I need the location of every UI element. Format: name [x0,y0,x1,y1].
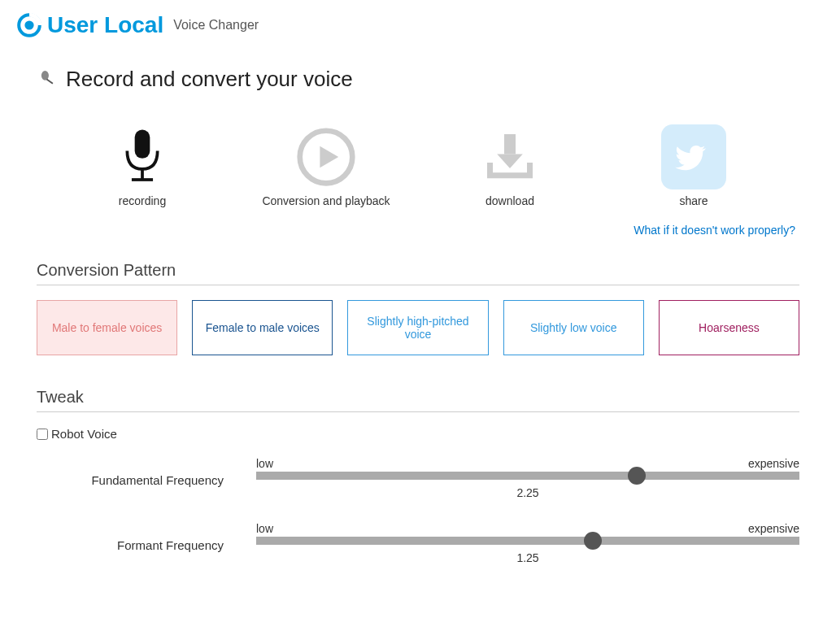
play-icon [294,124,359,189]
formant-thumb[interactable] [584,532,602,550]
header-subtitle: Voice Changer [173,18,259,33]
formant-low-label: low [256,522,273,535]
pattern-hoarseness[interactable]: Hoarseness [659,300,799,355]
help-link[interactable]: What if it doesn't work properly? [37,224,795,237]
logo-icon [16,12,42,38]
pattern-male-to-female[interactable]: Male to female voices [37,300,177,355]
robot-voice-row[interactable]: Robot Voice [37,427,799,441]
fundamental-frequency-row: Fundamental Frequency low expensive 2.25 [37,457,799,499]
fundamental-low-label: low [256,457,273,470]
fundamental-value: 2.25 [256,486,799,499]
svg-rect-3 [46,78,54,84]
recording-action[interactable]: recording [77,124,207,207]
formant-slider[interactable] [256,537,799,545]
robot-voice-checkbox[interactable] [37,429,48,440]
formant-high-label: expensive [748,522,799,535]
recording-label: recording [119,194,166,207]
playback-label: Conversion and playback [262,194,390,207]
download-action[interactable]: download [445,124,575,207]
page-title: Record and convert your voice [37,67,799,92]
svg-marker-8 [320,146,338,168]
microphone-icon [37,69,58,90]
svg-rect-9 [504,134,516,154]
tweak-title: Tweak [37,388,799,412]
download-icon [477,124,542,189]
formant-frequency-row: Formant Frequency low expensive 1.25 [37,522,799,564]
robot-voice-label: Robot Voice [51,427,117,441]
svg-marker-10 [497,154,523,169]
fundamental-thumb[interactable] [628,467,646,485]
actions-row: recording Conversion and playback downlo… [37,124,799,207]
logo[interactable]: User Local [16,12,163,38]
svg-point-1 [24,20,33,29]
fundamental-high-label: expensive [748,457,799,470]
fundamental-slider[interactable] [256,472,799,480]
share-label: share [679,194,708,207]
svg-point-2 [41,70,49,80]
share-action[interactable]: share [629,124,759,207]
download-label: download [485,194,534,207]
tweak-section: Robot Voice Fundamental Frequency low ex… [37,427,799,564]
brand-text: User Local [47,12,163,38]
header: User Local Voice Changer [0,0,836,50]
pattern-low-voice[interactable]: Slightly low voice [503,300,644,355]
pattern-high-pitched[interactable]: Slightly high-pitched voice [347,300,488,355]
pattern-female-to-male[interactable]: Female to male voices [192,300,333,355]
conversion-title: Conversion Pattern [37,261,799,285]
formant-label: Formant Frequency [37,522,256,552]
playback-action[interactable]: Conversion and playback [261,124,391,207]
fundamental-label: Fundamental Frequency [37,457,256,487]
svg-rect-4 [135,129,150,158]
recording-icon [110,124,175,189]
formant-value: 1.25 [256,551,799,564]
twitter-icon [661,124,726,189]
patterns-row: Male to female voices Female to male voi… [37,300,799,355]
